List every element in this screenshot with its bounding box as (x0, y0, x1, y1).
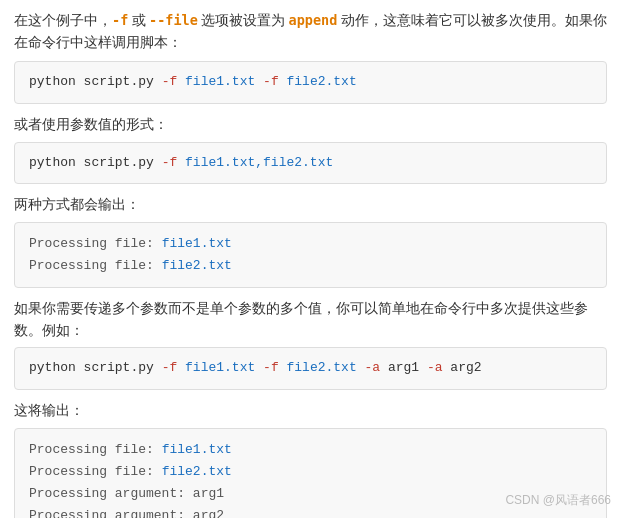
label-3: 两种方式都会输出： (14, 194, 607, 216)
output2-line2: Processing file: file2.txt (29, 461, 592, 483)
output2-line1: Processing file: file1.txt (29, 439, 592, 461)
output1-line2-file: file2.txt (162, 258, 232, 273)
code1-text: python script.py -f file1.txt -f file2.t… (29, 74, 357, 89)
code3-text: python script.py -f file1.txt -f file2.t… (29, 360, 482, 375)
intro-code2: --file (149, 12, 198, 28)
label-4: 如果你需要传递多个参数而不是单个参数的多个值，你可以简单地在命令行中多次提供这些… (14, 298, 607, 341)
output1-line2: Processing file: file2.txt (29, 255, 592, 277)
output2-line1-file: file1.txt (162, 442, 232, 457)
output2-line2-file: file2.txt (162, 464, 232, 479)
code-block-3: python script.py -f file1.txt -f file2.t… (14, 347, 607, 390)
intro-text3: 选项被设置为 (198, 13, 289, 28)
output1-line1: Processing file: file1.txt (29, 233, 592, 255)
label-2: 或者使用参数值的形式： (14, 114, 607, 136)
intro-or: 或 (128, 13, 149, 28)
code-block-2: python script.py -f file1.txt,file2.txt (14, 142, 607, 185)
intro-code1: -f (112, 12, 128, 28)
intro-text: 在这个例子中，-f 或 --file 选项被设置为 append 动作，这意味着… (14, 10, 607, 53)
watermark: CSDN @风语者666 (505, 491, 611, 510)
label-5: 这将输出： (14, 400, 607, 422)
code2-text: python script.py -f file1.txt,file2.txt (29, 155, 333, 170)
intro-code3: append (289, 12, 338, 28)
code-block-1: python script.py -f file1.txt -f file2.t… (14, 61, 607, 104)
intro-prefix: 在这个例子中， (14, 13, 112, 28)
output-block-1: Processing file: file1.txt Processing fi… (14, 222, 607, 288)
label4-text: 如果你需要传递多个参数而不是单个参数的多个值，你可以简单地在命令行中多次提供这些… (14, 301, 588, 338)
output1-line1-file: file1.txt (162, 236, 232, 251)
